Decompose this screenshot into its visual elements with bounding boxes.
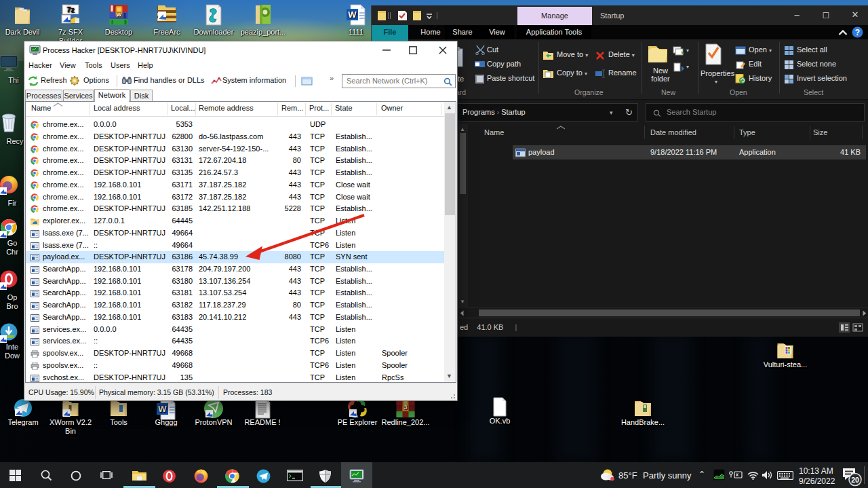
svg-text:3: 3 (403, 404, 407, 411)
svg-text:W: W (348, 10, 357, 20)
svg-text:?: ? (855, 28, 860, 37)
svg-text:7z: 7z (66, 5, 75, 14)
svg-text:20: 20 (851, 476, 859, 484)
svg-text:W: W (117, 12, 122, 18)
svg-text:W: W (158, 404, 167, 414)
